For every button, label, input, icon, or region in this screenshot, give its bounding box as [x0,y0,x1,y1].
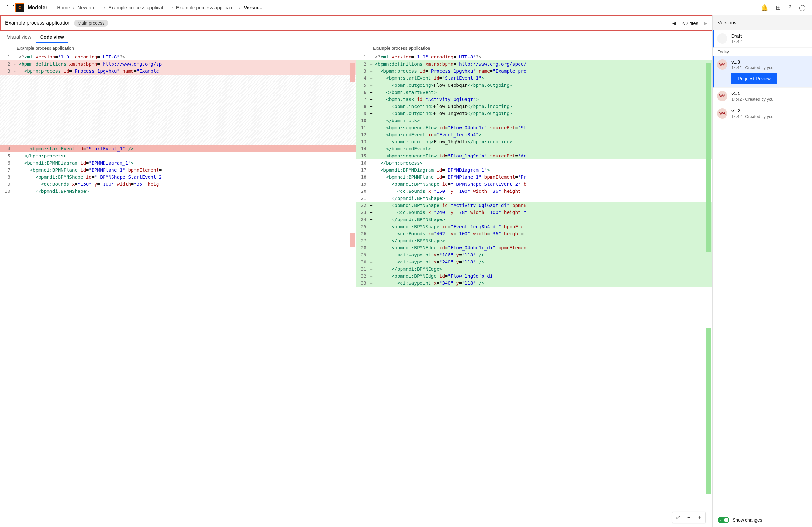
code-line[interactable]: 1<?xml version="1.0" encoding="UTF-8"?> [0,53,356,60]
code-line[interactable]: 9 <dc:Bounds x="150" y="100" width="36" … [0,180,356,188]
version-item[interactable]: WA v1.2 14:42 · Created by you [713,105,812,122]
minimap-right[interactable] [706,53,711,527]
help-icon[interactable]: ? [788,4,792,11]
tab-visual-view[interactable]: Visual view [3,31,36,43]
user-icon[interactable]: ◯ [799,4,806,11]
code-line[interactable]: 3+ <bpmn:process id="Process_1pgvhxu" na… [356,68,712,75]
chevron-right-icon: › [172,5,173,10]
code-line[interactable]: 2+<bpmn:definitions xmlns:bpmn="http://w… [356,60,712,68]
code-line[interactable]: 24+ </bpmndi:BPMNShape> [356,216,712,223]
file-title: Example process application [5,20,71,26]
brand-logo: C [15,3,25,12]
fullscreen-icon[interactable]: ⤢ [672,512,683,523]
code-line[interactable] [0,96,356,103]
code-line[interactable] [0,131,356,138]
code-editor-right[interactable]: 1<?xml version="1.0" encoding="UTF-8"?>2… [356,53,712,527]
zoom-in-icon[interactable]: + [694,512,705,523]
code-line[interactable]: 14+ </bpmn:endEvent> [356,145,712,152]
code-line[interactable] [0,110,356,117]
bell-icon[interactable]: 🔔 [761,4,768,11]
breadcrumb-item[interactable]: Example process applicati... [108,5,169,10]
code-line[interactable]: 10 </bpmndi:BPMNShape> [0,188,356,195]
app-switcher-icon[interactable]: ⋮⋮⋮ [4,4,12,12]
code-line[interactable]: 21 </bpmndi:BPMNShape> [356,195,712,202]
minimap-left[interactable] [350,53,355,527]
code-line[interactable] [0,89,356,96]
code-line[interactable]: 3- <bpmn:process id="Process_1pgvhxu" na… [0,68,356,75]
code-line[interactable]: 8 <bpmndi:BPMNShape id="_BPMNShape_Start… [0,174,356,180]
code-line[interactable]: 5 </bpmn:process> [0,152,356,159]
code-line[interactable] [0,117,356,124]
code-line[interactable]: 6 <bpmndi:BPMNDiagram id="BPMNDiagram_1"… [0,159,356,166]
code-line[interactable]: 6+ </bpmn:startEvent> [356,89,712,96]
code-line[interactable]: 19 <bpmndi:BPMNShape id="_BPMNShape_Star… [356,180,712,188]
zoom-controls: ⤢ − + [672,512,706,523]
code-line[interactable]: 25+ <bpmndi:BPMNShape id="Event_1ecj8h4_… [356,223,712,230]
code-line[interactable]: 11+ <bpmn:sequenceFlow id="Flow_04obq1r"… [356,124,712,131]
code-line[interactable]: 26+ <dc:Bounds x="402" y="100" width="36… [356,230,712,237]
code-line[interactable]: 4- <bpmn:startEvent id="StartEvent_1" /> [0,145,356,152]
code-line[interactable] [0,124,356,131]
request-review-button[interactable]: Request Review [731,73,777,84]
code-line[interactable]: 13+ <bpmn:incoming>Flow_1hg9dfo</bpmn:in… [356,138,712,145]
code-line[interactable]: 12+ <bpmn:endEvent id="Event_1ecj8h4"> [356,131,712,138]
version-name: v1.1 [731,91,808,96]
show-changes-toggle[interactable]: ✓ [718,517,729,523]
code-line[interactable]: 28+ <bpmndi:BPMNEdge id="Flow_04obq1r_di… [356,244,712,251]
code-line[interactable]: 22+ <bpmndi:BPMNShape id="Activity_0qi6a… [356,202,712,209]
breadcrumb-item[interactable]: Versio... [244,5,263,10]
topbar: ⋮⋮⋮ C Modeler Home› New proj...› Example… [0,0,812,15]
zoom-out-icon[interactable]: − [683,512,694,523]
code-line[interactable]: 9+ <bpmn:outgoing>Flow_1hg9dfo</bpmn:out… [356,110,712,117]
code-line[interactable] [0,138,356,145]
code-line[interactable]: 7+ <bpmn:task id="Activity_0qi6aqt"> [356,96,712,103]
code-line[interactable]: 2-<bpmn:definitions xmlns:bpmn="http://w… [0,60,356,68]
chevron-right-icon: › [73,5,74,10]
next-file-icon[interactable]: ▶ [704,21,707,26]
code-line[interactable]: 31+ </bpmndi:BPMNEdge> [356,265,712,273]
version-sub: 14:42 · Created by you [731,114,808,119]
version-sub: 14:42 · Created by you [731,65,808,70]
view-tabs: Visual view Code view [0,31,712,43]
sidebar-title: Versions [713,15,812,30]
code-line[interactable]: 7 <bpmndi:BPMNPlane id="BPMNPlane_1" bpm… [0,166,356,174]
code-line[interactable]: 29+ <di:waypoint x="186" y="118" /> [356,251,712,258]
breadcrumb-item[interactable]: New proj... [77,5,101,10]
version-name: v1.0 [731,59,808,64]
version-item-draft[interactable]: Draft 14:42 [713,30,812,47]
code-line[interactable] [0,75,356,82]
code-line[interactable]: 33+ <di:waypoint x="340" y="118" /> [356,280,712,287]
version-time: 14:42 [731,39,808,44]
code-line[interactable]: 32+ <bpmndi:BPMNEdge id="Flow_1hg9dfo_di [356,273,712,280]
prev-file-icon[interactable]: ◀ [672,21,676,26]
breadcrumb-item[interactable]: Example process applicati... [176,5,236,10]
code-line[interactable]: 20 <dc:Bounds x="150" y="100" width="36"… [356,188,712,195]
code-line[interactable]: 5+ <bpmn:outgoing>Flow_04obq1r</bpmn:out… [356,82,712,89]
code-line[interactable] [0,82,356,89]
diff-pane-left: Example process application 1<?xml versi… [0,43,356,527]
pane-title-right: Example process application [356,43,712,53]
tab-code-view[interactable]: Code view [36,31,69,43]
code-line[interactable]: 8+ <bpmn:incoming>Flow_04obq1r</bpmn:inc… [356,103,712,110]
code-line[interactable]: 17 <bpmndi:BPMNDiagram id="BPMNDiagram_1… [356,166,712,174]
code-line[interactable]: 18 <bpmndi:BPMNPlane id="BPMNPlane_1" bp… [356,174,712,180]
version-item[interactable]: WA v1.0 14:42 · Created by you Request R… [713,56,812,88]
code-line[interactable]: 1<?xml version="1.0" encoding="UTF-8"?> [356,53,712,60]
show-changes-label: Show changes [733,517,762,523]
breadcrumb: Home› New proj...› Example process appli… [57,5,761,10]
code-line[interactable]: 23+ <dc:Bounds x="240" y="78" width="100… [356,209,712,216]
version-item[interactable]: WA v1.1 14:42 · Created by you [713,88,812,105]
code-line[interactable]: 16 </bpmn:process> [356,159,712,166]
breadcrumb-item[interactable]: Home [57,5,70,10]
code-line[interactable]: 4+ <bpmn:startEvent id="StartEvent_1"> [356,75,712,82]
pane-title-left: Example process application [0,43,356,53]
code-line[interactable]: 10+ </bpmn:task> [356,117,712,124]
diff-pane-right: Example process application 1<?xml versi… [356,43,712,527]
org-icon[interactable]: ⊞ [776,4,781,11]
code-editor-left[interactable]: 1<?xml version="1.0" encoding="UTF-8"?>2… [0,53,356,527]
code-line[interactable]: 30+ <di:waypoint x="240" y="118" /> [356,258,712,265]
code-line[interactable]: 27+ </bpmndi:BPMNShape> [356,237,712,244]
code-line[interactable] [0,103,356,110]
code-line[interactable]: 15+ <bpmn:sequenceFlow id="Flow_1hg9dfo"… [356,152,712,159]
file-header: Example process application Main process… [0,15,712,31]
